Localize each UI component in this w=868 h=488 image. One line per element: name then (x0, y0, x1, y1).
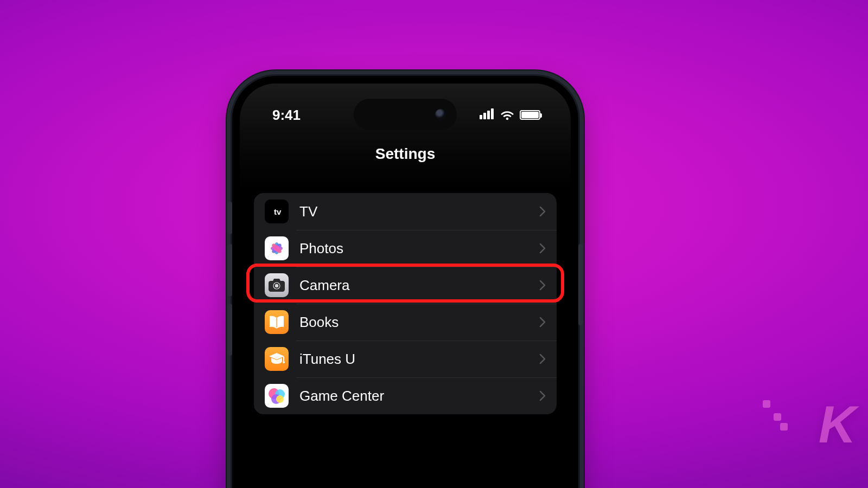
chevron-right-icon (539, 243, 546, 254)
phone-screen: 9:41 Settings tv TV (240, 84, 571, 488)
clock-text: 9:41 (272, 107, 301, 124)
svg-text:tv: tv (274, 207, 282, 216)
appletv-icon: tv (265, 200, 289, 223)
settings-list: tv TV P (254, 193, 557, 414)
phone-power-button (578, 244, 583, 325)
status-indicators (480, 108, 540, 121)
status-time: 9:41 (272, 107, 301, 123)
settings-row-itunesu[interactable]: iTunes U (254, 341, 557, 377)
row-label: Books (299, 314, 539, 331)
svg-point-10 (275, 284, 278, 287)
row-label: Photos (299, 240, 539, 257)
row-label: Camera (299, 277, 539, 294)
chevron-right-icon (539, 280, 546, 291)
svg-point-11 (283, 361, 285, 363)
photos-icon (265, 236, 289, 260)
phone-mute-switch (228, 202, 232, 234)
gamecenter-icon (265, 384, 289, 408)
chevron-right-icon (539, 354, 546, 364)
dynamic-island (354, 99, 457, 130)
battery-icon (520, 110, 540, 120)
row-label: iTunes U (299, 351, 539, 368)
phone-volume-down (228, 304, 232, 356)
settings-row-photos[interactable]: Photos (254, 230, 557, 267)
itunesu-icon (265, 347, 289, 371)
svg-point-15 (276, 395, 284, 403)
camera-icon (265, 273, 289, 297)
chevron-right-icon (539, 206, 546, 217)
chevron-right-icon (539, 317, 546, 328)
settings-row-tv[interactable]: tv TV (254, 193, 557, 230)
row-label: TV (299, 203, 539, 220)
page-title: Settings (240, 145, 571, 163)
cellular-icon (480, 108, 495, 121)
books-icon (265, 310, 289, 334)
phone-volume-up (228, 244, 232, 296)
settings-row-gamecenter[interactable]: Game Center (254, 377, 557, 414)
front-camera-icon (435, 109, 446, 120)
phone-frame: 9:41 Settings tv TV (232, 76, 578, 488)
watermark-logo: K (819, 395, 853, 454)
wifi-icon (500, 110, 514, 120)
settings-row-camera[interactable]: Camera (254, 267, 557, 304)
chevron-right-icon (539, 390, 546, 401)
settings-row-books[interactable]: Books (254, 304, 557, 341)
row-label: Game Center (299, 388, 539, 404)
